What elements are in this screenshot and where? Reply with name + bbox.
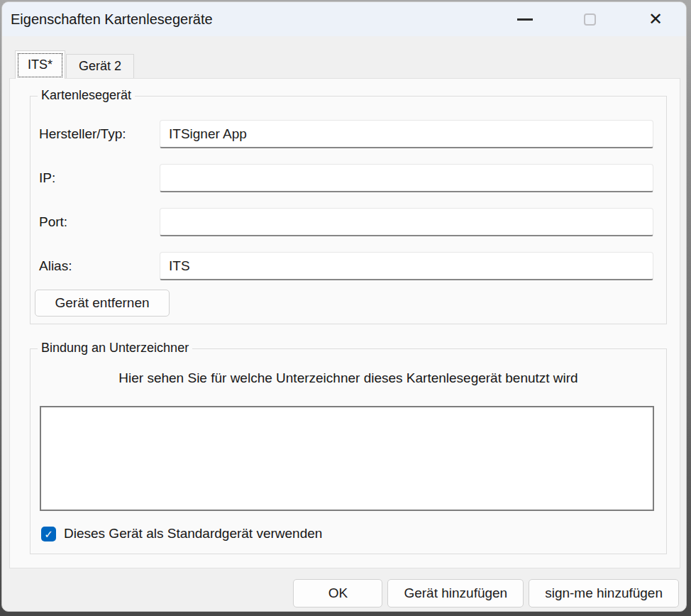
footer-button-bar: OK Gerät hinzufügen sign-me hinzufügen [293,579,679,607]
alias-input[interactable] [160,252,653,280]
binding-groupbox: Bindung an Unterzeichner Hier sehen Sie … [30,348,667,554]
field-row-hersteller: Hersteller/Typ: [39,120,653,148]
check-icon: ✓ [44,529,53,539]
maximize-button [572,5,607,33]
tab-its-label: ITS* [18,53,62,77]
tab-bar: ITS* Gerät 2 [15,50,134,78]
ip-input[interactable] [160,164,653,192]
window-title: Eigenschaften Kartenlesegeräte [11,11,213,28]
add-device-button[interactable]: Gerät hinzufügen [387,579,524,607]
close-button[interactable]: ✕ [638,5,673,33]
tab-page: Kartenlesegerät Hersteller/Typ: IP: Port… [9,78,680,568]
titlebar: Eigenschaften Kartenlesegeräte ✕ [2,2,686,36]
minimize-icon [517,18,533,21]
binding-description: Hier sehen Sie für welche Unterzeichner … [31,370,666,386]
ip-label: IP: [39,170,160,186]
port-input[interactable] [160,208,653,236]
port-label: Port: [39,214,160,230]
device-groupbox-title: Kartenlesegerät [38,88,135,103]
binding-groupbox-title: Bindung an Unterzeichner [38,341,192,356]
maximize-icon [584,13,596,26]
tab-its[interactable]: ITS* [15,50,65,79]
minimize-button[interactable] [507,5,543,33]
close-icon: ✕ [648,11,663,28]
default-device-checkbox[interactable]: ✓ [41,527,56,541]
remove-device-button[interactable]: Gerät entfernen [35,290,170,317]
add-signme-button[interactable]: sign-me hinzufügen [529,579,679,607]
tab-geraet-2[interactable]: Gerät 2 [66,54,134,78]
ok-button[interactable]: OK [293,579,382,607]
tab-geraet-2-label: Gerät 2 [79,59,121,73]
dialog-window: Eigenschaften Kartenlesegeräte ✕ ITS* Ge… [1,1,687,612]
hersteller-label: Hersteller/Typ: [39,126,160,142]
hersteller-input[interactable] [160,120,653,148]
field-row-port: Port: [39,208,653,236]
default-device-checkbox-row: ✓ Dieses Gerät als Standardgerät verwend… [41,526,322,541]
device-groupbox: Kartenlesegerät Hersteller/Typ: IP: Port… [30,96,667,324]
unterzeichner-listbox[interactable] [40,406,654,511]
alias-label: Alias: [39,258,160,274]
default-device-checkbox-label: Dieses Gerät als Standardgerät verwenden [64,526,322,541]
field-row-alias: Alias: [39,252,653,280]
field-row-ip: IP: [39,164,653,192]
